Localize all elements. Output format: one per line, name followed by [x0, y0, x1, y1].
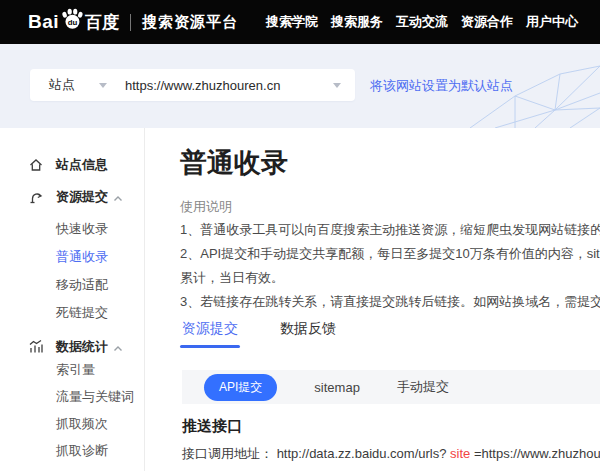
nav-item-user-center[interactable]: 用户中心	[526, 13, 578, 31]
instruction-line: 累计，当日有效。	[180, 266, 600, 290]
sidebar-subitem-mobile-adaptation[interactable]: 移动适配	[56, 276, 108, 294]
logo-text-bai: Bai	[28, 11, 59, 33]
sidebar: 站点信息 资源提交 快速收录 普通收录 移动适配 死链提交 数据统计	[0, 128, 145, 471]
api-address-label: 接口调用地址：	[182, 446, 273, 461]
sidebar-subitem-fast-inclusion[interactable]: 快速收录	[56, 220, 108, 238]
subtab-api-submit[interactable]: API提交	[204, 374, 277, 401]
subtab-sitemap[interactable]: sitemap	[314, 380, 360, 395]
content-tabs: 资源提交 数据反馈	[182, 320, 378, 348]
api-url-part: http://data.zz.baidu.com/urls?	[277, 446, 447, 461]
chevron-up-icon[interactable]	[112, 191, 124, 209]
page-title: 普通收录	[180, 145, 288, 181]
push-interface-title: 推送接口	[182, 417, 242, 436]
svg-text:du: du	[68, 17, 78, 26]
tab-resource-submit[interactable]: 资源提交	[182, 320, 238, 348]
nav-item-search-service[interactable]: 搜索服务	[331, 13, 383, 31]
sidebar-subitem-index-volume[interactable]: 索引量	[56, 361, 95, 379]
site-url-value: https://www.zhuzhouren.cn	[125, 78, 280, 93]
site-url-dropdown-icon[interactable]	[333, 83, 341, 88]
submit-icon	[28, 189, 44, 209]
set-default-site-link[interactable]: 将该网站设置为默认站点	[370, 77, 513, 95]
sidebar-item-data-statistics[interactable]: 数据统计	[0, 334, 145, 360]
api-url-part: =https://www.zhuzhouren.cn&	[474, 446, 600, 461]
instruction-line: 1、普通收录工具可以向百度搜索主动推送资源，缩短爬虫发现网站链接的时间，不保证收…	[180, 218, 600, 242]
topnav-menu: 搜索学院 搜索服务 互动交流 资源合作 用户中心	[266, 13, 578, 31]
chart-icon	[28, 339, 44, 359]
instruction-line: 3、若链接存在跳转关系，请直接提交跳转后链接。如网站换域名，需提交新域名资源；进…	[180, 290, 600, 314]
usage-instructions: 1、普通收录工具可以向百度搜索主动推送资源，缩短爬虫发现网站链接的时间，不保证收…	[180, 218, 600, 314]
sidebar-item-label: 数据统计	[56, 338, 108, 356]
site-select-label: 站点	[49, 76, 75, 94]
instruction-line: 2、API提交和手动提交共享配额，每日至多提交10万条有价值的内容，sitema…	[180, 242, 600, 266]
sidebar-subitem-dead-link[interactable]: 死链提交	[56, 304, 108, 322]
sidebar-subitem-crawl-diagnosis[interactable]: 抓取诊断	[56, 442, 108, 460]
site-label-dropdown-icon[interactable]	[99, 83, 107, 88]
sidebar-item-label: 站点信息	[56, 156, 108, 174]
sidebar-subitem-normal-inclusion[interactable]: 普通收录	[56, 248, 108, 266]
sidebar-item-label: 资源提交	[56, 188, 108, 206]
nav-item-interaction[interactable]: 互动交流	[396, 13, 448, 31]
sidebar-subitem-traffic-keywords[interactable]: 流量与关键词	[56, 388, 134, 406]
nav-item-resource-coop[interactable]: 资源合作	[461, 13, 513, 31]
site-select-control[interactable]: 站点 https://www.zhuzhouren.cn	[30, 69, 355, 101]
main-content: 普通收录 使用说明 1、普通收录工具可以向百度搜索主动推送资源，缩短爬虫发现网站…	[180, 128, 600, 471]
sidebar-subitem-crawl-frequency[interactable]: 抓取频次	[56, 415, 108, 433]
sidebar-item-resource-submit[interactable]: 资源提交	[0, 184, 145, 210]
sidebar-item-site-info[interactable]: 站点信息	[0, 152, 145, 178]
tab-data-feedback[interactable]: 数据反馈	[280, 320, 336, 348]
home-icon	[28, 157, 44, 177]
api-call-address: 接口调用地址： http://data.zz.baidu.com/urls? s…	[182, 445, 600, 463]
logo-text-baidu: 百度	[85, 11, 119, 34]
logo-divider	[130, 14, 131, 31]
nav-item-search-academy[interactable]: 搜索学院	[266, 13, 318, 31]
api-url-site-param: site	[450, 446, 470, 461]
site-selector-band: 站点 https://www.zhuzhouren.cn 将该网站设置为默认站点	[0, 44, 600, 128]
chevron-up-icon[interactable]	[112, 341, 124, 359]
platform-title: 搜索资源平台	[142, 13, 238, 32]
submit-method-bar: API提交 sitemap 手动提交	[182, 370, 600, 404]
usage-instructions-label: 使用说明	[180, 198, 232, 216]
subtab-manual-submit[interactable]: 手动提交	[397, 378, 449, 396]
baidu-paw-icon: du	[60, 7, 84, 34]
top-navigation-bar: Bai du 百度 搜索资源平台 搜索学院 搜索服务 互动交流 资源合作 用户中…	[0, 0, 600, 44]
baidu-logo[interactable]: Bai du 百度 搜索资源平台	[28, 9, 238, 36]
